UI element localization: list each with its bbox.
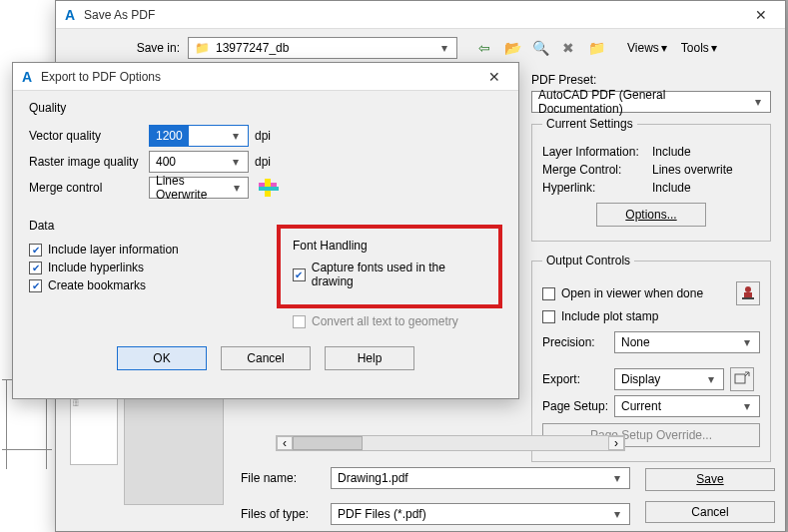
include-plot-stamp-label: Include plot stamp bbox=[561, 309, 658, 323]
vector-quality-value: 1200 bbox=[150, 126, 189, 146]
include-hyperlinks-checkbox[interactable]: ✔ Include hyperlinks bbox=[29, 261, 144, 274]
merge-control-value: Lines overwrite bbox=[652, 163, 733, 177]
layer-info-label: Layer Information: bbox=[542, 145, 652, 159]
font-handling-group: Font Handling ✔ Capture fonts used in th… bbox=[277, 219, 502, 332]
save-in-dropdown[interactable]: 📁 13977247_db ▾ bbox=[188, 37, 457, 59]
chevron-down-icon: ▾ bbox=[661, 41, 667, 55]
chevron-down-icon: ▾ bbox=[230, 181, 244, 195]
folder-icon: 📁 bbox=[195, 41, 210, 55]
file-name-input[interactable]: Drawing1.pdf ▾ bbox=[331, 467, 630, 489]
chevron-down-icon: ▾ bbox=[703, 372, 719, 386]
vector-quality-select[interactable]: 1200 ▾ bbox=[149, 125, 249, 147]
export-dialog-titlebar: A Export to PDF Options ✕ bbox=[13, 63, 518, 91]
precision-value: None bbox=[621, 335, 650, 349]
raster-quality-select[interactable]: 400 ▾ bbox=[149, 151, 249, 173]
chevron-down-icon: ▾ bbox=[711, 41, 717, 55]
checkbox-on-icon: ✔ bbox=[29, 279, 42, 292]
pdf-preset-value: AutoCAD PDF (General Documentation) bbox=[538, 88, 750, 116]
merge-control-select[interactable]: Lines Overwrite ▾ bbox=[149, 177, 249, 199]
close-icon[interactable]: ✕ bbox=[743, 1, 779, 28]
plot-stamp-button[interactable] bbox=[736, 281, 760, 305]
current-settings-legend: Current Settings bbox=[542, 117, 637, 131]
checkbox-off-icon bbox=[542, 310, 555, 323]
svg-rect-6 bbox=[259, 187, 279, 191]
save-as-title: Save As PDF bbox=[84, 8, 155, 22]
thumbnail[interactable]: ╔╦╦╗║║║║╚╩╩╝ bbox=[70, 395, 118, 465]
toolbar-icons: ⇦ 📂 🔍 ✖ 📁 bbox=[475, 39, 605, 57]
pdf-preset-label: PDF Preset: bbox=[531, 73, 596, 87]
chevron-down-icon: ▾ bbox=[739, 335, 755, 349]
layer-info-value: Include bbox=[652, 145, 691, 159]
merge-control-label: Merge control bbox=[29, 181, 149, 195]
chevron-down-icon: ▾ bbox=[750, 95, 766, 109]
create-bookmarks-checkbox[interactable]: ✔ Create bookmarks bbox=[29, 278, 146, 292]
data-and-font-groups: Data ✔ Include layer information ✔ Inclu… bbox=[29, 219, 502, 332]
cancel-button[interactable]: Cancel bbox=[645, 501, 775, 524]
merge-control-value: Lines Overwrite bbox=[156, 174, 230, 202]
save-button[interactable]: Save bbox=[645, 468, 775, 491]
help-button[interactable]: Help bbox=[325, 346, 414, 370]
include-layer-info-label: Include layer information bbox=[48, 243, 179, 257]
file-name-label: File name: bbox=[241, 471, 321, 485]
delete-icon[interactable]: ✖ bbox=[559, 39, 577, 57]
save-as-titlebar: A Save As PDF ✕ bbox=[56, 1, 785, 29]
checkbox-on-icon: ✔ bbox=[293, 268, 306, 281]
cancel-button[interactable]: Cancel bbox=[221, 346, 311, 370]
raster-quality-label: Raster image quality bbox=[29, 155, 149, 169]
page-setup-value: Current bbox=[621, 399, 661, 413]
vector-quality-label: Vector quality bbox=[29, 129, 149, 143]
ok-button[interactable]: OK bbox=[117, 346, 207, 370]
file-name-value: Drawing1.pdf bbox=[338, 471, 408, 485]
include-layer-info-checkbox[interactable]: ✔ Include layer information bbox=[29, 243, 179, 257]
tools-menu[interactable]: Tools ▾ bbox=[677, 39, 721, 57]
options-button[interactable]: Options... bbox=[596, 203, 706, 227]
svg-point-0 bbox=[745, 286, 751, 292]
chevron-down-icon: ▾ bbox=[609, 507, 625, 521]
output-controls-legend: Output Controls bbox=[542, 254, 634, 267]
precision-select[interactable]: None ▾ bbox=[614, 331, 760, 353]
export-value: Display bbox=[621, 372, 660, 386]
include-hyperlinks-label: Include hyperlinks bbox=[48, 261, 144, 274]
convert-text-label: Convert all text to geometry bbox=[312, 314, 458, 328]
quality-group: Quality Vector quality 1200 ▾ dpi Raster… bbox=[29, 101, 502, 199]
thumbnail[interactable] bbox=[124, 395, 224, 505]
preview-thumbnails: ╔╦╦╗║║║║╚╩╩╝ bbox=[70, 395, 235, 505]
font-handling-highlight: Font Handling ✔ Capture fonts used in th… bbox=[277, 225, 502, 308]
output-controls-group: Output Controls Open in viewer when done… bbox=[531, 254, 771, 462]
back-icon[interactable]: ⇦ bbox=[475, 39, 493, 57]
save-action-buttons: Save Cancel bbox=[645, 468, 775, 523]
search-web-icon[interactable]: 🔍 bbox=[531, 39, 549, 57]
save-in-value: 13977247_db bbox=[216, 41, 436, 55]
convert-text-checkbox: Convert all text to geometry bbox=[293, 314, 458, 328]
open-in-viewer-checkbox[interactable]: Open in viewer when done bbox=[542, 286, 703, 300]
file-type-label: Files of type: bbox=[241, 507, 321, 521]
svg-rect-3 bbox=[735, 374, 745, 383]
pdf-preset-select[interactable]: AutoCAD PDF (General Documentation) ▾ bbox=[531, 91, 771, 113]
views-menu[interactable]: Views ▾ bbox=[623, 39, 671, 57]
chevron-down-icon: ▾ bbox=[228, 155, 244, 169]
export-window-button[interactable] bbox=[730, 367, 754, 391]
svg-rect-1 bbox=[744, 292, 752, 297]
page-setup-select[interactable]: Current ▾ bbox=[614, 395, 760, 417]
merge-overlap-icon bbox=[257, 177, 279, 199]
font-handling-legend: Font Handling bbox=[293, 239, 486, 253]
current-settings-group: Current Settings Layer Information:Inclu… bbox=[531, 117, 771, 242]
data-legend: Data bbox=[29, 219, 255, 233]
svg-rect-2 bbox=[742, 297, 754, 299]
checkbox-on-icon: ✔ bbox=[29, 244, 42, 257]
tools-label: Tools bbox=[681, 41, 709, 55]
export-select[interactable]: Display ▾ bbox=[614, 368, 724, 390]
close-icon[interactable]: ✕ bbox=[476, 63, 512, 90]
views-label: Views bbox=[627, 41, 659, 55]
include-plot-stamp-checkbox[interactable]: Include plot stamp bbox=[542, 309, 658, 323]
up-folder-icon[interactable]: 📂 bbox=[503, 39, 521, 57]
precision-label: Precision: bbox=[542, 335, 614, 349]
new-folder-icon[interactable]: 📁 bbox=[587, 39, 605, 57]
file-type-select[interactable]: PDF Files (*.pdf) ▾ bbox=[331, 503, 630, 525]
chevron-down-icon: ▾ bbox=[228, 129, 244, 143]
export-dialog-title: Export to PDF Options bbox=[41, 70, 161, 84]
dpi-label: dpi bbox=[255, 155, 271, 169]
capture-fonts-checkbox[interactable]: ✔ Capture fonts used in the drawing bbox=[293, 261, 486, 288]
file-input-area: File name: Drawing1.pdf ▾ Files of type:… bbox=[241, 442, 630, 525]
checkbox-on-icon: ✔ bbox=[29, 262, 42, 274]
